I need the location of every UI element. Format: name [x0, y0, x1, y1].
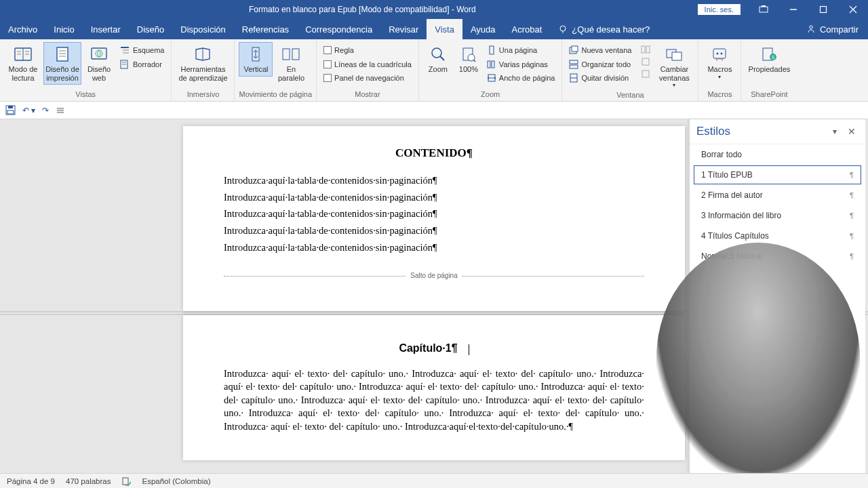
tab-correspondencia[interactable]: Correspondencia [297, 19, 380, 39]
chapter-paragraph[interactable]: Introduzca· aquí· el· texto· del· capítu… [224, 367, 644, 434]
tab-insertar[interactable]: Insertar [83, 19, 129, 39]
share-button[interactable]: Compartir [797, 19, 868, 39]
ribbon-options-icon[interactable] [749, 0, 778, 19]
svg-point-20 [96, 50, 102, 57]
tab-referencias[interactable]: Referencias [234, 19, 297, 39]
chevron-down-icon[interactable]: ▾ [830, 127, 840, 136]
page-break-label: Salto de página [406, 272, 462, 279]
view-side-button[interactable] [638, 43, 653, 56]
document-page[interactable]: CONTENIDO¶ Introduzca·aquí·la·tabla·de·c… [183, 126, 685, 311]
web-layout-button[interactable]: Diseño web [83, 42, 115, 85]
group-macros-label: Macros [703, 90, 736, 100]
sync-scroll-button[interactable] [638, 56, 653, 68]
toc-line[interactable]: Introduzca·aquí·la·tabla·de·contenidos·s… [224, 222, 644, 239]
toc-line[interactable]: Introduzca·aquí·la·tabla·de·contenidos·s… [224, 172, 644, 189]
status-language[interactable]: Español (Colombia) [142, 477, 210, 485]
read-mode-label: Modo de lectura [5, 65, 41, 82]
text-cursor [469, 344, 469, 355]
tab-inicio[interactable]: Inicio [45, 19, 82, 39]
tab-disposicion[interactable]: Disposición [172, 19, 233, 39]
document-page[interactable]: Capítulo·1¶ Introduzca· aquí· el· texto·… [183, 315, 685, 460]
arrange-all-button[interactable]: Organizar todo [566, 58, 634, 72]
maximize-icon[interactable] [808, 0, 838, 19]
svg-point-56 [721, 53, 723, 55]
grid-checkbox[interactable]: Líneas de la cuadrícula [321, 58, 414, 72]
switch-windows-button[interactable]: Cambiar ventanas ▾ [654, 42, 694, 91]
share-icon [806, 24, 816, 34]
toc-line[interactable]: Introduzca·aquí·la·tabla·de·contenidos·s… [224, 239, 644, 256]
toc-line[interactable]: Introduzca·aquí·la·tabla·de·contenidos·s… [224, 205, 644, 222]
side-by-side-button[interactable]: En paralelo [274, 42, 308, 85]
tab-revisar[interactable]: Revisar [380, 19, 427, 39]
proofing-icon[interactable] [121, 476, 131, 486]
chapter-heading-text: Capítulo·1¶ [399, 342, 457, 354]
style-item-firma-autor[interactable]: 2 Firma del autor¶ [694, 186, 861, 205]
sign-in-button[interactable]: Inic. ses. [698, 4, 741, 15]
pilcrow-icon: ¶ [850, 171, 854, 179]
ruler-checkbox[interactable]: Regla [321, 43, 414, 58]
toc-line[interactable]: Introduzca·aquí·la·tabla·de·contenidos·s… [224, 189, 644, 206]
checkbox-icon [323, 60, 332, 68]
style-item-titulos-capitulos[interactable]: 4 Títulos Capítulos¶ [694, 226, 861, 245]
grid-label: Líneas de la cuadrícula [334, 59, 412, 70]
group-window-label: Ventana [566, 91, 694, 100]
print-layout-label: Diseño de impresión [45, 65, 80, 82]
tab-diseno[interactable]: Diseño [129, 19, 172, 39]
zoom-button[interactable]: Zoom [423, 42, 453, 77]
learning-tools-label: Herramientas de aprendizaje [177, 65, 229, 82]
page-width-label: Ancho de página [499, 73, 555, 84]
qat-more-icon[interactable] [56, 106, 65, 115]
status-words[interactable]: 470 palabras [66, 477, 111, 485]
remove-split-button[interactable]: Quitar división [566, 71, 634, 85]
close-icon[interactable] [838, 0, 868, 19]
doc-heading-contenido[interactable]: CONTENIDO¶ [224, 146, 644, 160]
read-mode-button[interactable]: Modo de lectura [4, 42, 42, 85]
style-item-titulo-epub[interactable]: 1 Título EPUB¶ [694, 165, 861, 184]
page-width-icon [487, 73, 496, 83]
page-width-button[interactable]: Ancho de página [484, 71, 558, 85]
multi-page-button[interactable]: Varias páginas [484, 58, 558, 72]
style-item-normal[interactable]: Normal,5 Normal¶ [694, 247, 861, 266]
svg-rect-62 [7, 110, 14, 114]
status-page[interactable]: Página 4 de 9 [7, 477, 55, 485]
svg-rect-0 [760, 7, 768, 12]
one-page-button[interactable]: Una página [484, 43, 558, 58]
save-icon[interactable] [5, 105, 16, 115]
vertical-button[interactable]: Vertical [239, 42, 273, 77]
new-window-button[interactable]: Nueva ventana [566, 43, 634, 58]
style-label: 4 Títulos Capítulos [701, 231, 769, 241]
styles-pane-title: Estilos [696, 125, 830, 138]
properties-icon: S [758, 45, 780, 64]
outline-icon [119, 45, 130, 55]
doc-heading-chapter[interactable]: Capítulo·1¶ [224, 342, 644, 354]
switch-windows-icon [663, 45, 685, 64]
undo-icon[interactable]: ↶ ▾ [22, 106, 35, 115]
outline-button[interactable]: Esquema [117, 43, 167, 58]
draft-button[interactable]: Borrador [117, 58, 167, 72]
minimize-icon[interactable] [778, 0, 808, 19]
tab-acrobat[interactable]: Acrobat [504, 19, 551, 39]
macros-button[interactable]: Macros ▾ [703, 42, 736, 83]
print-layout-button[interactable]: Diseño de impresión [43, 42, 81, 85]
style-item-info-libro[interactable]: 3 Información del libro¶ [694, 206, 861, 225]
learning-tools-button[interactable]: Herramientas de aprendizaje [176, 42, 230, 85]
close-pane-icon[interactable]: ✕ [845, 126, 859, 137]
zoom-100-button[interactable]: 100% [454, 42, 483, 77]
svg-point-32 [432, 48, 441, 58]
properties-button[interactable]: S Propiedades [745, 42, 793, 77]
title-bar: Formato en blanco para Epub [Modo de com… [0, 0, 868, 19]
redo-icon[interactable]: ↷ [42, 106, 49, 115]
svg-rect-53 [672, 52, 682, 60]
style-clear-all[interactable]: Borrar todo [694, 145, 861, 164]
tab-ayuda[interactable]: Ayuda [462, 19, 504, 39]
page-break-marker: Salto de página [224, 276, 644, 284]
tab-archivo[interactable]: Archivo [0, 19, 45, 39]
reset-window-button[interactable] [638, 68, 653, 80]
read-mode-icon [12, 45, 34, 64]
nav-pane-checkbox[interactable]: Panel de navegación [321, 71, 414, 85]
tab-vista[interactable]: Vista [427, 19, 462, 39]
remove-split-label: Quitar división [581, 73, 629, 84]
tell-me[interactable]: ¿Qué desea hacer? [550, 19, 658, 39]
svg-rect-1 [762, 5, 766, 7]
svg-rect-66 [123, 478, 128, 485]
